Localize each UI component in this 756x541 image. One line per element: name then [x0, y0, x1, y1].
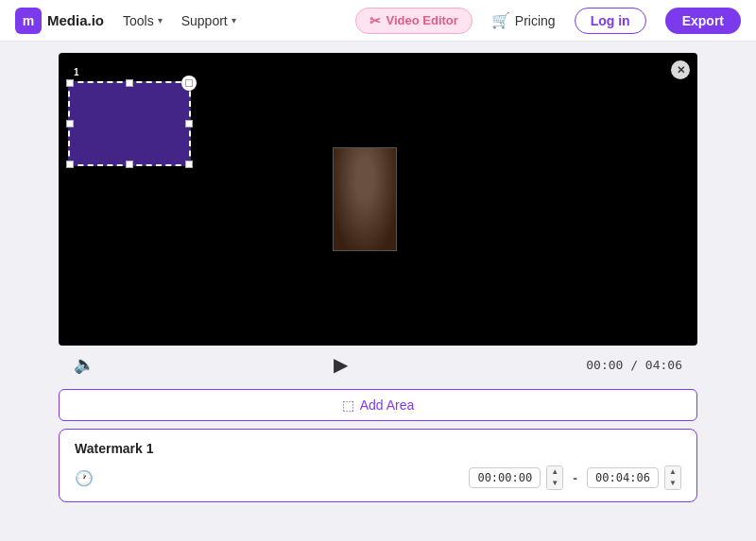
controls-bar: 🔈 ▶ 00:00 / 04:06: [59, 346, 697, 383]
video-thumbnail: [333, 147, 397, 251]
cart-icon: 🛒: [491, 11, 510, 29]
time-end-up-button[interactable]: ▲: [665, 466, 680, 478]
time-separator: -: [573, 470, 577, 485]
time-start-down-button[interactable]: ▼: [547, 478, 562, 489]
watermark-number-label: 1: [70, 66, 83, 78]
video-player: ✕ 1 ✕: [59, 53, 697, 346]
watermark-card-1: Watermark 1 🕐 ▲ ▼ - ▲ ▼: [59, 429, 697, 502]
volume-icon[interactable]: 🔈: [74, 354, 94, 375]
time-end-spinner: ▲ ▼: [664, 465, 681, 490]
add-area-label: Add Area: [360, 397, 415, 413]
watermark-overlay-1[interactable]: 1 ✕: [68, 81, 191, 166]
logo[interactable]: m Media.io: [15, 8, 104, 34]
resize-handle-bm[interactable]: [126, 161, 133, 168]
main-content: ✕ 1 ✕ 🔈 ▶ 00:00 / 04:06 ⬚ Add Are: [0, 42, 756, 541]
nav-tools[interactable]: Tools ▾: [123, 13, 163, 28]
export-button[interactable]: Export: [665, 8, 741, 34]
clock-icon: 🕐: [75, 469, 94, 487]
time-display: 00:00 / 04:06: [586, 358, 682, 372]
time-end-down-button[interactable]: ▼: [665, 478, 680, 489]
watermark-card-title: Watermark 1: [75, 441, 681, 456]
time-end-group: ▲ ▼: [587, 465, 681, 490]
play-button[interactable]: ▶: [334, 353, 348, 376]
app-header: m Media.io Tools ▾ Support ▾ ✂ Video Edi…: [0, 0, 756, 42]
scissors-icon: ✂: [369, 13, 381, 28]
resize-handle-bl[interactable]: [66, 161, 74, 168]
login-button[interactable]: Log in: [575, 8, 646, 34]
nav-tools-label: Tools: [123, 13, 154, 28]
add-area-section: ⬚ Add Area: [59, 389, 697, 421]
resize-handle-tr[interactable]: [185, 79, 193, 87]
time-start-group: ▲ ▼: [469, 465, 563, 490]
resize-handle-ml[interactable]: [66, 120, 74, 127]
time-start-input[interactable]: [469, 467, 541, 488]
video-close-button[interactable]: ✕: [671, 60, 690, 79]
thumb-content: [334, 148, 396, 250]
chevron-down-icon: ▾: [232, 15, 236, 25]
video-editor-button[interactable]: ✂ Video Editor: [355, 8, 472, 34]
add-area-icon: ⬚: [342, 397, 354, 413]
nav-support[interactable]: Support ▾: [181, 13, 236, 28]
resize-handle-tl[interactable]: [66, 79, 74, 87]
resize-handle-mr[interactable]: [185, 120, 193, 127]
time-start-spinner: ▲ ▼: [546, 465, 563, 490]
logo-text: Media.io: [47, 12, 104, 28]
time-start-up-button[interactable]: ▲: [547, 466, 562, 478]
chevron-down-icon: ▾: [158, 15, 163, 25]
video-editor-label: Video Editor: [387, 13, 458, 27]
resize-handle-br[interactable]: [185, 161, 193, 168]
pricing-link[interactable]: 🛒 Pricing: [491, 11, 556, 29]
logo-icon: m: [15, 8, 42, 34]
pricing-label: Pricing: [515, 13, 556, 28]
add-area-button[interactable]: ⬚ Add Area: [59, 389, 697, 421]
nav-support-label: Support: [181, 13, 228, 28]
resize-handle-tm[interactable]: [126, 79, 133, 87]
time-end-input[interactable]: [587, 467, 659, 488]
watermark-timing-row: 🕐 ▲ ▼ - ▲ ▼: [75, 465, 681, 490]
